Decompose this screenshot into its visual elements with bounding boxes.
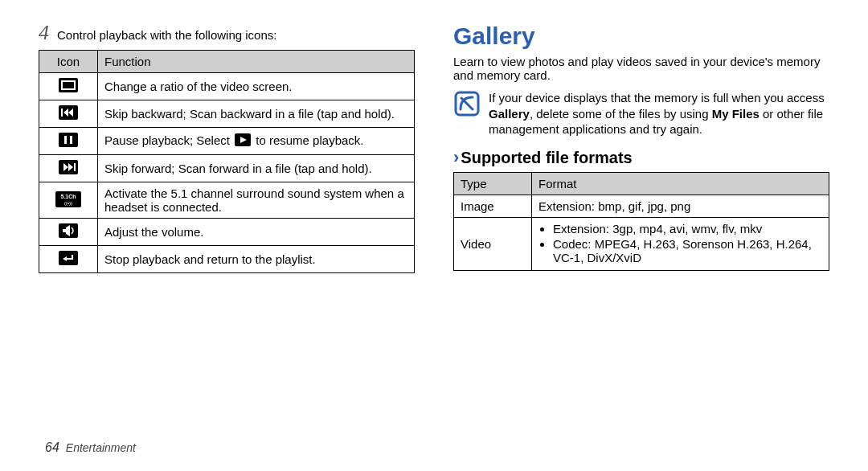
- pause-text-after: to resume playback.: [252, 133, 363, 147]
- note-bold-gallery: Gallery: [489, 107, 530, 121]
- pause-text-before: Pause playback; Select: [104, 133, 233, 147]
- page-footer: 64 Entertainment: [45, 440, 136, 455]
- ratio-icon: [58, 77, 79, 93]
- function-cell: Skip forward; Scan forward in a file (ta…: [98, 155, 415, 182]
- svg-text:((•)): ((•)): [64, 201, 72, 206]
- table-row: Change a ratio of the video screen.: [39, 73, 415, 100]
- step-number: 4: [39, 23, 49, 43]
- format-cell: Extension: bmp, gif, jpg, png: [532, 195, 829, 217]
- page-body: 4 Control playback with the following ic…: [0, 0, 868, 440]
- volume-icon: [58, 223, 79, 239]
- return-icon: [58, 250, 79, 266]
- play-icon: [235, 133, 251, 149]
- step-text: Control playback with the following icon…: [57, 28, 276, 42]
- table-row: Stop playback and return to the playlist…: [39, 246, 415, 273]
- note-pre: If your device displays that the memory …: [489, 91, 825, 104]
- col-header-icon: Icon: [39, 51, 98, 73]
- surround-icon: 5.1Ch((•)): [55, 191, 81, 207]
- svg-rect-14: [74, 163, 76, 171]
- list-item: Codec: MPEG4, H.263, Sorenson H.263, H.2…: [553, 237, 822, 264]
- svg-rect-3: [61, 109, 63, 117]
- table-row: Image Extension: bmp, gif, jpg, png: [454, 195, 829, 217]
- function-cell: Adjust the volume.: [98, 219, 415, 246]
- function-cell: Stop playback and return to the playlist…: [98, 246, 415, 273]
- table-row: Pause playback; Select to resume playbac…: [39, 128, 415, 155]
- formats-table: Type Format Image Extension: bmp, gif, j…: [453, 172, 829, 271]
- list-item: Extension: 3gp, mp4, avi, wmv, flv, mkv: [553, 222, 822, 236]
- note-text: If your device displays that the memory …: [489, 90, 829, 137]
- svg-text:5.1Ch: 5.1Ch: [60, 194, 76, 199]
- function-cell: Pause playback; Select to resume playbac…: [98, 128, 415, 155]
- svg-rect-6: [59, 133, 78, 147]
- note-bold-myfiles: My Files: [712, 107, 760, 121]
- section-title-text: Supported file formats: [461, 149, 632, 167]
- table-row: Adjust the volume.: [39, 219, 415, 246]
- right-column: Gallery Learn to view photos and play vi…: [453, 23, 829, 440]
- left-column: 4 Control playback with the following ic…: [39, 23, 415, 440]
- type-cell: Video: [454, 217, 532, 270]
- step-row: 4 Control playback with the following ic…: [39, 23, 415, 43]
- gallery-heading: Gallery: [453, 23, 829, 50]
- table-row: Skip backward; Scan backward in a file (…: [39, 100, 415, 128]
- note-icon: [453, 90, 481, 120]
- table-row: Skip forward; Scan forward in a file (ta…: [39, 155, 415, 182]
- function-cell: Activate the 5.1 channel surround sound …: [98, 182, 415, 219]
- skip-forward-icon: [58, 159, 79, 175]
- playback-icons-table: Icon Function Change a ratio of the vide…: [39, 50, 415, 273]
- page-number: 64: [45, 440, 59, 455]
- function-cell: Change a ratio of the video screen.: [98, 73, 415, 100]
- svg-rect-19: [63, 229, 66, 232]
- skip-back-icon: [58, 104, 79, 121]
- chevron-right-icon: ›: [453, 149, 459, 166]
- function-cell: Skip backward; Scan backward in a file (…: [98, 100, 415, 128]
- supported-formats-heading: › Supported file formats: [453, 149, 829, 167]
- svg-rect-7: [64, 136, 67, 144]
- col-header-format: Format: [532, 172, 829, 195]
- footer-section: Entertainment: [66, 441, 136, 454]
- col-header-function: Function: [98, 51, 415, 73]
- format-cell: Extension: 3gp, mp4, avi, wmv, flv, mkv …: [532, 217, 829, 270]
- note-mid: , delete some of the files by using: [530, 107, 712, 121]
- pause-icon: [58, 132, 79, 148]
- type-cell: Image: [454, 195, 532, 217]
- table-row: Video Extension: 3gp, mp4, avi, wmv, flv…: [454, 217, 829, 270]
- gallery-intro: Learn to view photos and play videos sav…: [453, 55, 829, 82]
- table-row: 5.1Ch((•)) Activate the 5.1 channel surr…: [39, 182, 415, 219]
- col-header-type: Type: [454, 172, 532, 195]
- svg-rect-8: [70, 136, 72, 144]
- note-block: If your device displays that the memory …: [453, 90, 829, 137]
